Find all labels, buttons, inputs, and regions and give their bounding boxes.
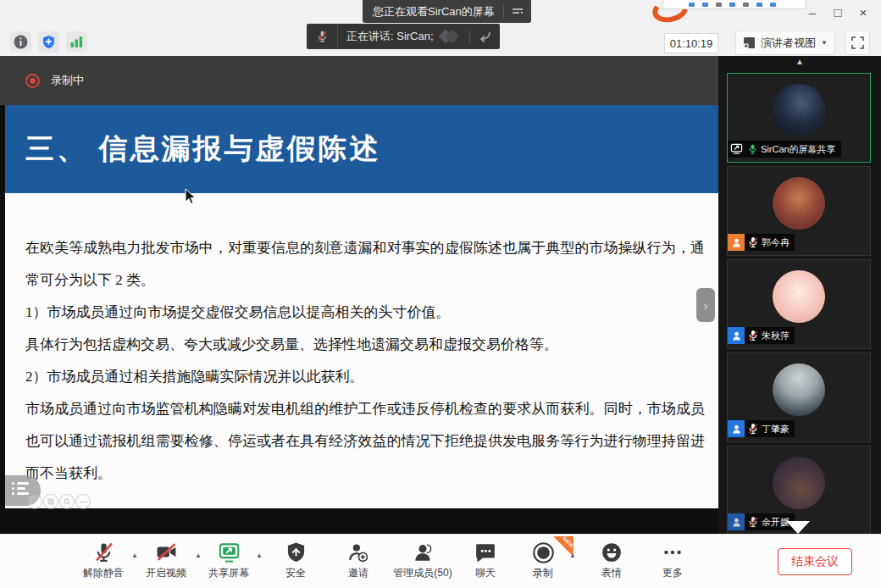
person-icon [731,517,742,528]
presenter-controls [5,475,115,509]
fullscreen-icon [851,36,864,49]
participant-nameplate: 朱秋萍 [728,327,795,344]
mic-muted-icon [748,330,758,341]
minimize-button[interactable]: – [800,2,825,22]
annotation-tool-icon[interactable] [702,3,708,7]
more-button[interactable]: 更多 [637,541,708,580]
meeting-toolbar: 解除静音 ▲ 开启视频 ▲ [0,534,881,588]
reply-arrow-button[interactable] [478,31,500,42]
more-dots-icon [662,541,684,563]
annotation-tool-icon[interactable] [770,3,776,7]
shared-screen-area: 录制中 三、 信息漏报与虚假陈述 在欧美等成熟电力批发市场中，对重要信息的刻意遗… [0,56,718,534]
close-button[interactable]: × [851,2,876,22]
slide-paragraph: 1）市场成员通过向市场提交虚假交易信息以提高相关的头寸价值。 [25,297,705,329]
members-icon [412,541,434,563]
participant-tile[interactable]: 丁肇豪 [727,352,871,442]
network-quality-button[interactable] [66,31,87,53]
watching-banner: 您正在观看SirCan的屏幕 [363,0,531,23]
banner-menu-button[interactable] [503,4,531,19]
zoom-tool-button[interactable] [59,494,75,509]
view-mode-label: 演讲者视图 [761,36,816,51]
annotation-tool-icon[interactable] [689,3,695,7]
participants-sidebar: ▲ [718,56,881,534]
security-status-button[interactable] [38,31,59,53]
screen-share-badge [728,141,745,158]
annotation-toolbar-partial[interactable] [662,0,806,9]
participant-nameplate: SirCan的屏幕共享 [728,141,841,158]
share-screen-button[interactable]: 共享屏幕 [193,541,264,580]
member-badge [728,420,745,437]
network-quality-icon [69,36,84,48]
screen-share-icon [730,143,743,155]
recording-dot-icon [25,74,40,88]
magnifier-icon [64,498,71,506]
participant-nameplate: 余开媛 [728,513,795,530]
annotation-tool-icon[interactable] [756,3,762,7]
pen-icon [31,498,38,505]
layout-view-icon [743,36,756,49]
ellipsis-icon [80,501,87,503]
meeting-info-button[interactable] [10,31,31,53]
participant-name: 朱秋萍 [762,330,790,342]
avatar [773,270,825,323]
view-mode-button[interactable]: 演讲者视图 ▼ [735,31,835,55]
chevron-down-icon: ▼ [821,39,828,47]
sidebar-collapse-handle[interactable]: › [696,288,715,322]
info-icon [14,35,28,49]
host-badge [728,234,745,251]
avatar [773,363,825,416]
scroll-down-arrow[interactable] [786,521,810,534]
recording-label: 录制中 [51,73,84,88]
avatar [773,177,825,230]
unmute-button[interactable]: 解除静音 [68,541,139,580]
speaking-banner: 正在讲话: SirCan; [307,24,500,49]
avatar [773,84,825,136]
participant-name: 郭今冉 [762,236,790,249]
mic-muted-icon [316,30,329,43]
invite-button[interactable]: 邀请 [323,541,394,580]
security-button[interactable]: 安全 [260,541,331,580]
maximize-button[interactable]: □ [825,2,851,22]
annotation-tool-icon[interactable] [716,3,722,7]
end-meeting-button[interactable]: 结束会议 [778,548,852,575]
meeting-timer: 01:10:19 [664,33,718,53]
annotation-tool-icon[interactable] [729,3,735,7]
slide-title: 三、 信息漏报与虚假陈述 [5,130,380,169]
participant-nameplate: 郭今冉 [728,234,795,251]
mouse-cursor [185,188,197,208]
emoji-icon [601,541,623,563]
menu-icon [512,7,524,17]
participant-name: SirCan的屏幕共享 [761,143,836,156]
slides-icon [47,498,54,505]
speaking-label: 正在讲话: SirCan; [338,29,440,44]
reply-arrow-icon [478,31,491,42]
pen-tool-button[interactable] [27,494,42,509]
invite-icon [347,541,369,563]
manage-members-button[interactable]: 管理成员(50) [387,541,458,580]
meeting-status-icons [10,31,87,53]
camera-off-icon [155,542,178,563]
member-badge [728,513,745,530]
scroll-up-arrow[interactable]: ▲ [718,57,881,67]
participant-tile[interactable]: 郭今冉 [727,166,871,256]
person-icon [731,237,742,248]
fullscreen-button[interactable] [845,31,870,55]
mic-muted-icon [748,423,758,435]
slides-overview-button[interactable] [43,494,58,509]
window-controls: – □ × [800,2,876,22]
member-badge [728,327,745,344]
participant-name: 丁肇豪 [762,423,790,435]
screen-share-icon [218,542,241,563]
slide-body: 在欧美等成熟电力批发市场中，对重要信息的刻意遗漏和对事实的虚假陈述也属于典型的市… [5,193,718,490]
participant-tile[interactable]: 朱秋萍 [727,259,871,349]
chevron-right-icon: › [704,298,708,313]
annotation-tool-icon[interactable] [743,3,749,7]
slide-paragraph: 在欧美等成熟电力批发市场中，对重要信息的刻意遗漏和对事实的虚假陈述也属于典型的市… [25,232,705,297]
more-tools-button[interactable] [75,494,91,509]
participant-tile-sircan-share[interactable]: SirCan的屏幕共享 [727,73,871,163]
start-video-button[interactable]: 开启视频 [130,541,202,580]
self-mute-button[interactable] [307,24,338,49]
avatar [773,457,825,509]
record-options-caret[interactable]: ▲ [569,552,576,559]
record-button[interactable]: NEW 录制 [507,541,579,580]
